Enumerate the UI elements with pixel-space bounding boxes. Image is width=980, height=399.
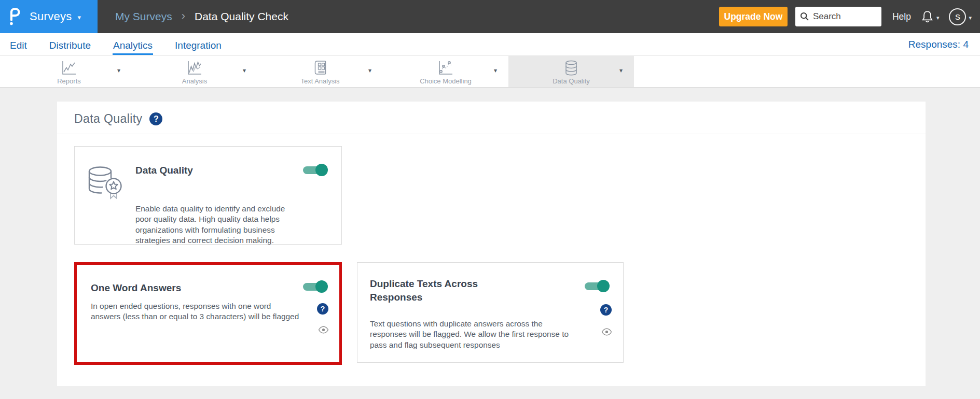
breadcrumb-separator-icon: › xyxy=(182,9,185,24)
card-title: Duplicate Texts Across Responses xyxy=(370,277,478,304)
toolbar-item-analysis[interactable]: Analysis ▾ xyxy=(132,56,257,87)
breadcrumb-parent[interactable]: My Surveys xyxy=(115,10,172,23)
tab-edit[interactable]: Edit xyxy=(9,34,27,55)
page-title: Data Quality xyxy=(74,112,142,126)
questionpro-logo-icon xyxy=(8,7,22,26)
analytics-toolbar: Reports ▾ Analysis ▾ Te xyxy=(0,56,980,88)
toolbar-item-label: Reports xyxy=(57,77,81,85)
toolbar-item-label: Data Quality xyxy=(553,77,590,85)
chevron-down-icon[interactable]: ▾ xyxy=(243,67,246,74)
bell-icon xyxy=(921,10,934,24)
toolbar-item-text-analysis[interactable]: Text Analysis ▾ xyxy=(257,56,383,87)
tab-distribute[interactable]: Distribute xyxy=(49,34,91,55)
data-quality-toggle[interactable] xyxy=(303,164,328,176)
eye-icon[interactable] xyxy=(318,326,329,336)
chevron-down-icon: ▾ xyxy=(78,12,81,21)
database-icon xyxy=(562,59,581,77)
product-name: Surveys xyxy=(30,10,72,23)
card-duplicate-texts: Duplicate Texts Across Responses Text qu… xyxy=(357,262,624,363)
toolbar-item-data-quality[interactable]: Data Quality ▾ xyxy=(508,56,634,87)
tab-integration[interactable]: Integration xyxy=(174,34,222,55)
top-header: Surveys ▾ My Surveys › Data Quality Chec… xyxy=(0,0,980,33)
chevron-down-icon[interactable]: ▾ xyxy=(117,67,120,74)
survey-nav: Edit Distribute Analytics Integration Re… xyxy=(0,33,980,56)
chevron-down-icon: ▾ xyxy=(936,12,940,21)
card-data-quality: Data Quality Enable data quality to iden… xyxy=(74,146,342,245)
chevron-down-icon[interactable]: ▾ xyxy=(619,67,623,74)
toggle-knob xyxy=(597,280,610,292)
toolbar-item-choice-modelling[interactable]: Choice Modelling ▾ xyxy=(383,56,508,87)
toolbar-item-reports[interactable]: Reports ▾ xyxy=(6,56,132,87)
help-link[interactable]: Help xyxy=(892,11,911,22)
chevron-down-icon[interactable]: ▾ xyxy=(368,67,371,74)
toolbar-item-label: Choice Modelling xyxy=(420,77,472,85)
avatar: S xyxy=(949,8,966,25)
line-chart-icon xyxy=(60,59,78,77)
one-word-answers-toggle[interactable] xyxy=(303,280,328,293)
search-icon xyxy=(800,12,809,21)
scatter-chart-icon xyxy=(436,59,455,77)
panel-header: Data Quality ? xyxy=(74,112,162,126)
search-box[interactable] xyxy=(795,7,881,26)
card-one-word-answers: One Word Answers In open ended questions… xyxy=(74,262,342,365)
help-icon[interactable]: ? xyxy=(317,303,328,315)
divider xyxy=(57,134,926,134)
responses-count[interactable]: Responses: 4 xyxy=(908,33,969,56)
search-input[interactable] xyxy=(813,11,875,22)
card-title: One Word Answers xyxy=(91,281,181,295)
card-title: Data Quality xyxy=(135,164,193,177)
toolbar-item-label: Text Analysis xyxy=(300,77,339,85)
product-switcher[interactable]: Surveys ▾ xyxy=(0,0,98,33)
card-description: Enable data quality to identify and excl… xyxy=(135,204,322,246)
multi-line-chart-icon xyxy=(185,59,204,77)
breadcrumb-current: Data Quality Check xyxy=(195,10,288,23)
main-content: Data Quality ? Data Quality Enable data … xyxy=(0,88,980,399)
help-icon[interactable]: ? xyxy=(600,304,612,316)
magazine-icon xyxy=(311,59,329,77)
toggle-knob xyxy=(315,164,328,176)
data-quality-panel: Data Quality ? Data Quality Enable data … xyxy=(57,102,926,386)
database-star-icon xyxy=(86,164,128,204)
chevron-down-icon[interactable]: ▾ xyxy=(494,67,497,74)
card-description: Text questions with duplicate answers ac… xyxy=(370,319,606,350)
header-actions: Upgrade Now Help ▾ S ▾ xyxy=(719,7,980,26)
notifications-button[interactable]: ▾ xyxy=(921,10,940,24)
duplicate-texts-toggle[interactable] xyxy=(585,280,610,292)
toolbar-item-label: Analysis xyxy=(182,77,207,85)
account-menu[interactable]: S ▾ xyxy=(949,8,972,25)
eye-icon[interactable] xyxy=(601,328,612,338)
breadcrumb: My Surveys › Data Quality Check xyxy=(115,9,288,24)
chevron-down-icon: ▾ xyxy=(969,12,972,21)
tab-analytics[interactable]: Analytics xyxy=(113,34,153,55)
card-description: In open ended questions, responses with … xyxy=(91,301,327,322)
upgrade-now-button[interactable]: Upgrade Now xyxy=(719,7,788,26)
help-icon[interactable]: ? xyxy=(149,112,162,125)
toggle-knob xyxy=(315,280,328,293)
